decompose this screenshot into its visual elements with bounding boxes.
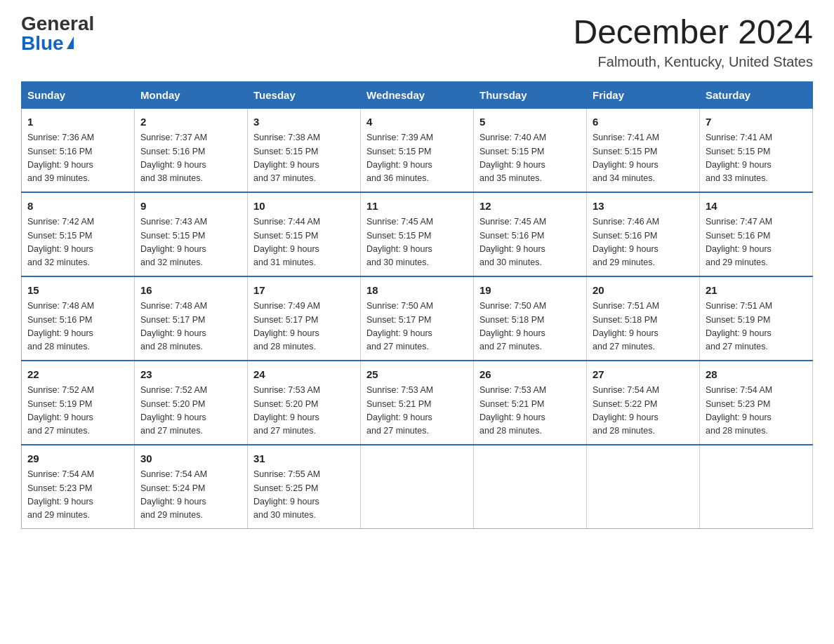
title-section: December 2024 Falmouth, Kentucky, United… — [573, 14, 813, 70]
calendar-day-cell — [361, 445, 474, 529]
day-info: Sunrise: 7:38 AMSunset: 5:15 PMDaylight:… — [253, 131, 355, 186]
day-number: 26 — [479, 367, 581, 383]
day-info: Sunrise: 7:54 AMSunset: 5:24 PMDaylight:… — [140, 468, 241, 523]
calendar-day-cell: 17Sunrise: 7:49 AMSunset: 5:17 PMDayligh… — [248, 276, 361, 361]
calendar-day-cell: 30Sunrise: 7:54 AMSunset: 5:24 PMDayligh… — [135, 445, 248, 529]
day-number: 15 — [27, 283, 128, 299]
calendar-day-cell: 27Sunrise: 7:54 AMSunset: 5:22 PMDayligh… — [587, 361, 700, 445]
day-number: 11 — [366, 199, 468, 215]
day-info: Sunrise: 7:50 AMSunset: 5:18 PMDaylight:… — [479, 300, 581, 354]
day-number: 27 — [593, 367, 694, 383]
day-number: 3 — [253, 114, 355, 130]
day-number: 18 — [366, 283, 468, 299]
day-info: Sunrise: 7:42 AMSunset: 5:15 PMDaylight:… — [27, 215, 128, 270]
calendar-day-cell: 7Sunrise: 7:41 AMSunset: 5:15 PMDaylight… — [700, 108, 813, 192]
calendar-week-row: 29Sunrise: 7:54 AMSunset: 5:23 PMDayligh… — [22, 445, 813, 529]
calendar-day-cell: 4Sunrise: 7:39 AMSunset: 5:15 PMDaylight… — [361, 108, 474, 192]
day-info: Sunrise: 7:49 AMSunset: 5:17 PMDaylight:… — [253, 300, 355, 354]
calendar-day-cell — [474, 445, 587, 529]
calendar-week-row: 22Sunrise: 7:52 AMSunset: 5:19 PMDayligh… — [22, 361, 813, 445]
day-number: 22 — [27, 367, 128, 383]
day-number: 30 — [140, 451, 241, 467]
calendar-day-cell: 29Sunrise: 7:54 AMSunset: 5:23 PMDayligh… — [22, 445, 135, 529]
calendar-weekday-sunday: Sunday — [22, 81, 135, 108]
day-number: 23 — [140, 367, 241, 383]
day-info: Sunrise: 7:51 AMSunset: 5:19 PMDaylight:… — [706, 300, 807, 354]
day-number: 13 — [593, 199, 694, 215]
day-number: 25 — [366, 367, 468, 383]
calendar-day-cell: 20Sunrise: 7:51 AMSunset: 5:18 PMDayligh… — [587, 276, 700, 361]
calendar-day-cell: 24Sunrise: 7:53 AMSunset: 5:20 PMDayligh… — [248, 361, 361, 445]
day-info: Sunrise: 7:45 AMSunset: 5:16 PMDaylight:… — [479, 215, 581, 270]
calendar-day-cell: 14Sunrise: 7:47 AMSunset: 5:16 PMDayligh… — [700, 192, 813, 276]
day-info: Sunrise: 7:37 AMSunset: 5:16 PMDaylight:… — [140, 131, 241, 186]
day-number: 28 — [706, 367, 807, 383]
calendar-day-cell: 28Sunrise: 7:54 AMSunset: 5:23 PMDayligh… — [700, 361, 813, 445]
logo-triangle-icon — [67, 36, 74, 49]
day-info: Sunrise: 7:39 AMSunset: 5:15 PMDaylight:… — [366, 131, 468, 186]
calendar-day-cell: 5Sunrise: 7:40 AMSunset: 5:15 PMDaylight… — [474, 108, 587, 192]
calendar-day-cell: 19Sunrise: 7:50 AMSunset: 5:18 PMDayligh… — [474, 276, 587, 361]
day-info: Sunrise: 7:51 AMSunset: 5:18 PMDaylight:… — [593, 300, 694, 354]
calendar-day-cell: 8Sunrise: 7:42 AMSunset: 5:15 PMDaylight… — [22, 192, 135, 276]
logo-blue-text: Blue — [21, 34, 74, 53]
calendar-day-cell: 15Sunrise: 7:48 AMSunset: 5:16 PMDayligh… — [22, 276, 135, 361]
day-info: Sunrise: 7:41 AMSunset: 5:15 PMDaylight:… — [706, 131, 807, 186]
calendar-weekday-monday: Monday — [135, 81, 248, 108]
day-info: Sunrise: 7:54 AMSunset: 5:22 PMDaylight:… — [593, 384, 694, 438]
calendar-week-row: 15Sunrise: 7:48 AMSunset: 5:16 PMDayligh… — [22, 276, 813, 361]
calendar-day-cell: 25Sunrise: 7:53 AMSunset: 5:21 PMDayligh… — [361, 361, 474, 445]
calendar-day-cell: 26Sunrise: 7:53 AMSunset: 5:21 PMDayligh… — [474, 361, 587, 445]
logo-general-text: General — [21, 14, 94, 34]
day-number: 10 — [253, 199, 355, 215]
day-number: 17 — [253, 283, 355, 299]
day-number: 5 — [479, 114, 581, 130]
calendar-day-cell: 2Sunrise: 7:37 AMSunset: 5:16 PMDaylight… — [135, 108, 248, 192]
calendar-day-cell: 18Sunrise: 7:50 AMSunset: 5:17 PMDayligh… — [361, 276, 474, 361]
day-info: Sunrise: 7:54 AMSunset: 5:23 PMDaylight:… — [706, 384, 807, 438]
day-info: Sunrise: 7:52 AMSunset: 5:20 PMDaylight:… — [140, 384, 241, 438]
day-number: 1 — [27, 114, 128, 130]
day-info: Sunrise: 7:54 AMSunset: 5:23 PMDaylight:… — [27, 468, 128, 523]
calendar-weekday-friday: Friday — [587, 81, 700, 108]
day-info: Sunrise: 7:43 AMSunset: 5:15 PMDaylight:… — [140, 215, 241, 270]
calendar-weekday-tuesday: Tuesday — [248, 81, 361, 108]
day-info: Sunrise: 7:45 AMSunset: 5:15 PMDaylight:… — [366, 215, 468, 270]
calendar-week-row: 8Sunrise: 7:42 AMSunset: 5:15 PMDaylight… — [22, 192, 813, 276]
day-info: Sunrise: 7:40 AMSunset: 5:15 PMDaylight:… — [479, 131, 581, 186]
day-info: Sunrise: 7:52 AMSunset: 5:19 PMDaylight:… — [27, 384, 128, 438]
day-number: 29 — [27, 451, 128, 467]
day-number: 16 — [140, 283, 241, 299]
calendar-day-cell: 31Sunrise: 7:55 AMSunset: 5:25 PMDayligh… — [248, 445, 361, 529]
day-info: Sunrise: 7:48 AMSunset: 5:16 PMDaylight:… — [27, 300, 128, 354]
day-number: 7 — [706, 114, 807, 130]
calendar-day-cell: 21Sunrise: 7:51 AMSunset: 5:19 PMDayligh… — [700, 276, 813, 361]
calendar-day-cell: 3Sunrise: 7:38 AMSunset: 5:15 PMDaylight… — [248, 108, 361, 192]
day-number: 6 — [593, 114, 694, 130]
calendar-weekday-saturday: Saturday — [700, 81, 813, 108]
calendar-day-cell: 1Sunrise: 7:36 AMSunset: 5:16 PMDaylight… — [22, 108, 135, 192]
month-title: December 2024 — [573, 14, 813, 51]
page-header: General Blue December 2024 Falmouth, Ken… — [21, 14, 813, 70]
calendar-day-cell: 12Sunrise: 7:45 AMSunset: 5:16 PMDayligh… — [474, 192, 587, 276]
day-info: Sunrise: 7:55 AMSunset: 5:25 PMDaylight:… — [253, 468, 355, 523]
calendar-day-cell — [587, 445, 700, 529]
calendar-weekday-thursday: Thursday — [474, 81, 587, 108]
calendar-header-row: SundayMondayTuesdayWednesdayThursdayFrid… — [22, 81, 813, 108]
calendar-table: SundayMondayTuesdayWednesdayThursdayFrid… — [21, 81, 813, 529]
calendar-day-cell: 13Sunrise: 7:46 AMSunset: 5:16 PMDayligh… — [587, 192, 700, 276]
calendar-day-cell: 11Sunrise: 7:45 AMSunset: 5:15 PMDayligh… — [361, 192, 474, 276]
day-number: 4 — [366, 114, 468, 130]
day-info: Sunrise: 7:41 AMSunset: 5:15 PMDaylight:… — [593, 131, 694, 186]
day-info: Sunrise: 7:44 AMSunset: 5:15 PMDaylight:… — [253, 215, 355, 270]
day-number: 20 — [593, 283, 694, 299]
day-number: 9 — [140, 199, 241, 215]
day-number: 14 — [706, 199, 807, 215]
day-info: Sunrise: 7:48 AMSunset: 5:17 PMDaylight:… — [140, 300, 241, 354]
calendar-week-row: 1Sunrise: 7:36 AMSunset: 5:16 PMDaylight… — [22, 108, 813, 192]
day-info: Sunrise: 7:53 AMSunset: 5:21 PMDaylight:… — [479, 384, 581, 438]
day-number: 12 — [479, 199, 581, 215]
calendar-day-cell: 16Sunrise: 7:48 AMSunset: 5:17 PMDayligh… — [135, 276, 248, 361]
calendar-day-cell: 22Sunrise: 7:52 AMSunset: 5:19 PMDayligh… — [22, 361, 135, 445]
day-number: 31 — [253, 451, 355, 467]
